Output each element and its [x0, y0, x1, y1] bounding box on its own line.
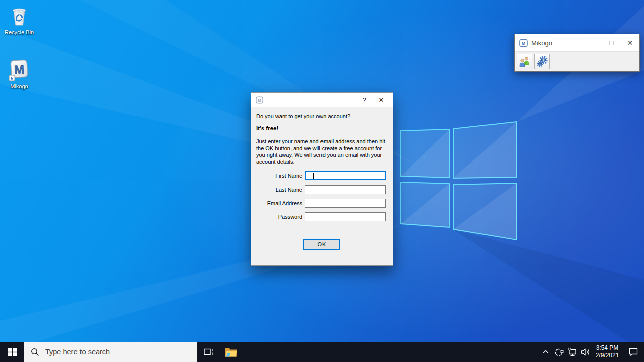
- windows-start-icon: [8, 348, 17, 356]
- text-caret: [313, 173, 314, 179]
- recycle-bin-icon: [8, 4, 30, 28]
- mikogo-window-title: Mikogo: [531, 39, 552, 47]
- action-center-icon: [628, 347, 638, 356]
- volume-button[interactable]: [579, 342, 592, 362]
- desktop-icon-label: Mikogo: [0, 83, 38, 90]
- hidden-icons-button[interactable]: [539, 342, 552, 362]
- last-name-field[interactable]: [305, 185, 386, 194]
- form-row: Email Address: [256, 199, 387, 208]
- maximize-icon: [609, 41, 614, 45]
- desktop-icon-mikogo[interactable]: M Mikogo: [0, 58, 38, 90]
- mikogo-app-icon: M: [8, 58, 31, 82]
- dialog-footer: OK: [256, 239, 387, 250]
- dialog-titlebar[interactable]: M ? ✕: [251, 93, 393, 107]
- svg-text:M: M: [14, 62, 24, 76]
- close-button[interactable]: ✕: [373, 93, 390, 107]
- file-explorer-button[interactable]: [219, 342, 243, 362]
- help-button[interactable]: ?: [356, 93, 373, 107]
- mikogo-window: M Mikogo — ✕: [514, 34, 640, 72]
- last-name-label: Last Name: [256, 187, 305, 193]
- minimize-button[interactable]: —: [584, 34, 602, 51]
- search-input[interactable]: [45, 348, 171, 356]
- form-row: First Name: [256, 171, 387, 180]
- start-button[interactable]: [0, 342, 24, 362]
- account-dialog: M ? ✕ Do you want to get your own accoun…: [251, 92, 393, 266]
- desktop-icon-recycle-bin[interactable]: Recycle Bin: [0, 4, 38, 36]
- close-button[interactable]: ✕: [621, 34, 639, 51]
- password-label: Password: [256, 214, 305, 220]
- email-address-label: Email Address: [256, 200, 305, 206]
- volume-icon: [580, 347, 590, 357]
- email-address-field[interactable]: [305, 199, 386, 208]
- clock-time: 3:54 PM: [596, 344, 619, 352]
- chevron-up-icon: [542, 349, 549, 355]
- mikogo-window-titlebar[interactable]: M Mikogo — ✕: [515, 34, 639, 52]
- mikogo-logo-icon: M: [256, 96, 263, 104]
- participants-icon: [519, 56, 531, 68]
- mikogo-toolbar: [515, 52, 639, 71]
- form-row: Password: [256, 212, 387, 221]
- file-explorer-icon: [225, 347, 237, 357]
- settings-gears-icon: [536, 56, 548, 68]
- svg-text:M: M: [258, 98, 261, 103]
- action-center-button[interactable]: [623, 342, 644, 362]
- desktop-icon-label: Recycle Bin: [0, 29, 38, 36]
- form-row: Last Name: [256, 185, 387, 194]
- search-icon: [31, 348, 39, 356]
- maximize-button[interactable]: [602, 34, 621, 51]
- network-icon: [568, 347, 577, 357]
- meet-now-button[interactable]: [552, 342, 566, 362]
- dialog-heading: Do you want to get your own account?: [256, 113, 387, 119]
- taskbar-clock[interactable]: 3:54 PM 2/9/2021: [592, 342, 623, 362]
- svg-text:M: M: [522, 41, 526, 46]
- first-name-field[interactable]: [305, 171, 386, 180]
- first-name-label: First Name: [256, 173, 305, 179]
- dialog-description: Just enter your name and email address a…: [256, 138, 389, 165]
- participants-button[interactable]: [517, 54, 532, 69]
- password-field[interactable]: [305, 212, 386, 221]
- mikogo-logo-icon: M: [519, 39, 528, 47]
- ok-button[interactable]: OK: [303, 239, 340, 250]
- dialog-subheading: It's free!: [256, 125, 387, 131]
- network-button[interactable]: [566, 342, 579, 362]
- dialog-body: Do you want to get your own account? It'…: [251, 107, 393, 250]
- taskbar-search[interactable]: [24, 342, 197, 362]
- clock-date: 2/9/2021: [596, 352, 619, 359]
- task-view-button[interactable]: [197, 342, 219, 362]
- taskbar: 3:54 PM 2/9/2021: [0, 342, 644, 362]
- system-tray: 3:54 PM 2/9/2021: [539, 342, 644, 362]
- task-view-icon: [204, 348, 213, 356]
- windows-desktop: Recycle Bin M Mikogo M Mikogo: [0, 0, 644, 362]
- settings-button[interactable]: [534, 54, 550, 69]
- meet-now-icon: [554, 347, 564, 357]
